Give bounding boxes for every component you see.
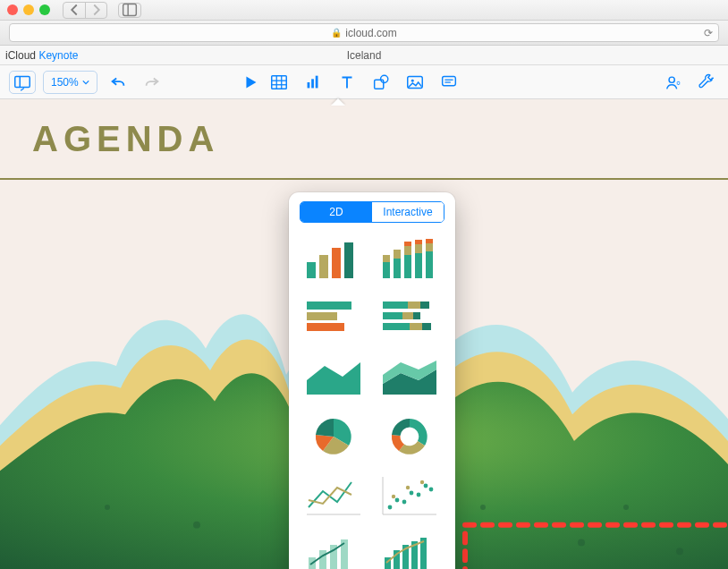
svg-rect-56 (410, 323, 422, 330)
popover-arrow (331, 98, 345, 106)
svg-rect-43 (426, 251, 433, 278)
window-zoom-button[interactable] (39, 4, 50, 15)
svg-rect-73 (319, 550, 326, 569)
format-tools-button[interactable] (692, 71, 719, 94)
window-title-bar (0, 0, 728, 21)
insert-shape-button[interactable] (364, 71, 398, 94)
svg-point-67 (424, 484, 428, 488)
svg-rect-4 (272, 75, 287, 89)
chart-type-popover: 2D Interactive (289, 192, 455, 569)
redo-button[interactable] (139, 71, 165, 94)
window-close-button[interactable] (7, 4, 18, 15)
svg-rect-57 (422, 323, 431, 330)
zoom-value-label: 150% (51, 76, 79, 89)
svg-rect-41 (415, 244, 422, 253)
document-tab-strip: iCloud Keynote Iceland (0, 46, 728, 65)
svg-point-22 (193, 522, 200, 529)
slide-heading[interactable]: AGENDA (32, 119, 219, 159)
svg-point-68 (429, 488, 434, 492)
svg-rect-44 (426, 243, 433, 251)
svg-rect-40 (415, 253, 422, 278)
browser-sidebar-button[interactable] (118, 3, 141, 18)
svg-rect-46 (307, 301, 351, 310)
collaborate-button[interactable] (660, 71, 687, 94)
svg-point-69 (392, 495, 395, 498)
insert-table-button[interactable] (262, 71, 296, 94)
window-minimize-button[interactable] (23, 4, 34, 15)
svg-point-62 (388, 505, 393, 510)
svg-point-27 (623, 505, 629, 510)
svg-rect-45 (426, 239, 433, 243)
chart-type-column[interactable] (301, 235, 366, 284)
svg-rect-39 (404, 242, 411, 246)
svg-point-15 (411, 79, 414, 81)
chart-type-grid (298, 235, 446, 569)
chart-type-scatter[interactable] (377, 471, 442, 520)
lock-icon: 🔒 (331, 28, 342, 38)
chart-type-donut[interactable] (377, 412, 442, 461)
chart-tab-2d[interactable]: 2D (301, 202, 372, 222)
chart-type-line[interactable] (301, 471, 366, 520)
insert-comment-button[interactable] (432, 71, 466, 94)
svg-point-28 (676, 548, 683, 555)
browser-url-field[interactable]: 🔒 icloud.com ⟳ (9, 23, 719, 42)
svg-point-70 (406, 486, 410, 489)
chart-type-area[interactable] (301, 353, 366, 402)
insert-media-button[interactable] (398, 71, 432, 94)
svg-rect-50 (408, 301, 420, 309)
svg-rect-52 (383, 312, 402, 319)
svg-point-19 (669, 77, 674, 82)
svg-rect-16 (443, 76, 456, 85)
svg-rect-0 (123, 4, 137, 16)
undo-button[interactable] (105, 71, 131, 94)
svg-rect-53 (402, 312, 413, 319)
svg-rect-54 (413, 312, 420, 319)
svg-rect-47 (307, 312, 337, 320)
svg-rect-29 (307, 262, 316, 278)
svg-rect-37 (404, 255, 411, 278)
chart-type-two-axis[interactable] (377, 531, 442, 569)
breadcrumb-doc-label: Keynote (38, 49, 78, 62)
document-title: Iceland (347, 49, 382, 62)
svg-point-13 (381, 75, 388, 82)
url-host-text: icloud.com (345, 27, 396, 39)
svg-rect-30 (319, 255, 328, 278)
svg-rect-2 (15, 76, 30, 87)
svg-rect-42 (415, 240, 422, 244)
browser-url-bar: 🔒 icloud.com ⟳ (0, 21, 728, 46)
svg-point-65 (410, 491, 414, 496)
chart-type-stacked-column[interactable] (377, 235, 442, 284)
chart-tab-interactive[interactable]: Interactive (372, 202, 444, 222)
svg-rect-35 (394, 259, 401, 278)
svg-rect-48 (307, 323, 344, 331)
browser-back-button[interactable] (63, 3, 85, 18)
svg-point-26 (578, 539, 585, 546)
svg-rect-32 (344, 242, 353, 278)
chart-type-stacked-bar[interactable] (377, 294, 442, 343)
insert-text-button[interactable] (330, 71, 364, 94)
slide-canvas[interactable]: AGENDA (0, 99, 728, 569)
svg-rect-55 (383, 323, 410, 330)
svg-point-66 (417, 493, 421, 497)
svg-rect-51 (420, 301, 429, 309)
svg-rect-9 (308, 82, 310, 88)
svg-rect-49 (383, 301, 408, 309)
svg-rect-38 (404, 246, 411, 255)
play-slideshow-button[interactable] (237, 71, 264, 94)
browser-forward-button[interactable] (85, 3, 106, 18)
reload-icon[interactable]: ⟳ (704, 27, 713, 39)
zoom-select[interactable]: 150% (43, 71, 97, 94)
chart-tab-segmented-control: 2D Interactive (300, 201, 444, 223)
chevron-down-icon (82, 79, 89, 86)
browser-nav-group (63, 2, 107, 19)
svg-point-25 (480, 505, 486, 510)
svg-point-63 (395, 498, 400, 503)
chart-type-pie[interactable] (301, 412, 366, 461)
chart-type-mixed-column-line[interactable] (301, 531, 366, 569)
view-mode-button[interactable] (9, 71, 36, 94)
insert-chart-button[interactable] (296, 71, 330, 94)
breadcrumb[interactable]: iCloud Keynote (5, 49, 78, 62)
chart-type-stacked-area[interactable] (377, 353, 442, 402)
chart-type-bar[interactable] (301, 294, 366, 343)
svg-rect-11 (316, 75, 318, 88)
